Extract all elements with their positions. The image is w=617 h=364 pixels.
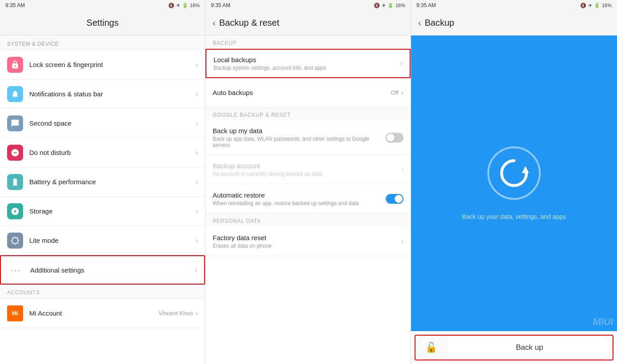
lock-screen-text: Lock screen & fingerprint <box>29 61 196 68</box>
sidebar-item-battery[interactable]: Battery & performance › <box>0 167 205 197</box>
status-bar-2: 9:35 AM 🔇 ✈ 🔋 16% <box>206 0 411 11</box>
backup-title: Backup <box>425 18 455 28</box>
additional-settings-title: Additional settings <box>30 266 195 274</box>
backup-account-subtitle: No account is currently storing backed u… <box>213 171 401 177</box>
local-backups-subtitle: Backup system settings, account info, an… <box>214 65 400 71</box>
dnd-title: Do not disturb <box>29 149 196 156</box>
additional-settings-chevron: › <box>195 266 197 274</box>
google-backup-label: GOOGLE BACKUP & RESET <box>206 107 411 121</box>
backup-my-data-toggle[interactable] <box>386 133 403 142</box>
automatic-restore-item[interactable]: Automatic restore When reinstalling an a… <box>206 184 411 214</box>
backup-my-data-subtitle: Back up app data, WLAN passwords, and ot… <box>213 136 386 148</box>
svg-marker-0 <box>522 166 529 173</box>
mi-account-value: Vincent Khoo <box>159 310 193 317</box>
backup-reset-panel: 9:35 AM 🔇 ✈ 🔋 16% ‹ Backup & reset BACKU… <box>206 0 411 364</box>
lite-mode-icon <box>7 233 23 249</box>
second-space-title: Second space <box>29 119 196 127</box>
backup-account-title: Backup account <box>213 162 401 170</box>
battery-icon-2: 🔋 <box>388 3 394 8</box>
additional-settings-text: Additional settings <box>30 266 195 274</box>
settings-content: SYSTEM & DEVICE Lock screen & fingerprin… <box>0 36 205 364</box>
backup-refresh-icon <box>496 155 532 191</box>
status-icons-1: 🔇 ✈ 🔋 16% <box>168 3 200 8</box>
sidebar-item-lite-mode[interactable]: Lite mode › <box>0 226 205 255</box>
automatic-restore-text: Automatic restore When reinstalling an a… <box>213 191 386 206</box>
backup-my-data-text: Back up my data Back up app data, WLAN p… <box>213 127 386 148</box>
backup-lock-button[interactable]: 🔓 <box>416 336 447 359</box>
backup-label: BACKUP <box>206 36 411 49</box>
sidebar-item-notifications[interactable]: Notifications & status bar › <box>0 79 205 109</box>
notifications-text: Notifications & status bar <box>29 90 196 98</box>
lite-mode-chevron: › <box>196 237 198 245</box>
backup-action-button[interactable]: Back up <box>447 336 612 359</box>
backup-reset-header: ‹ Backup & reset <box>206 11 411 36</box>
automatic-restore-toggle[interactable] <box>386 194 403 204</box>
backup-my-data-item[interactable]: Back up my data Back up app data, WLAN p… <box>206 121 411 155</box>
additional-settings-icon: ··· <box>8 262 24 278</box>
personal-data-label: PERSONAL DATA <box>206 214 411 227</box>
backup-bottom-inner: 🔓 Back up <box>415 336 613 360</box>
status-time-3: 9:35 AM <box>416 2 436 8</box>
factory-reset-item[interactable]: Factory data reset Erases all data on ph… <box>206 227 411 256</box>
sidebar-item-mi-account[interactable]: Mi Mi Account Vincent Khoo › <box>0 299 205 328</box>
toggle-thumb <box>387 134 395 142</box>
local-backups-chevron: › <box>400 59 403 67</box>
battery-text: Battery & performance <box>29 178 196 186</box>
dnd-icon <box>7 145 23 161</box>
factory-reset-title: Factory data reset <box>213 234 401 241</box>
local-backups-title: Local backups <box>214 56 400 63</box>
auto-backups-text: Auto backups <box>213 89 391 96</box>
sidebar-item-do-not-disturb[interactable]: Do not disturb › <box>0 138 205 167</box>
accounts-header: ACCOUNTS <box>0 285 205 299</box>
status-time-2: 9:35 AM <box>211 2 230 8</box>
auto-backups-item[interactable]: Auto backups Off › <box>206 78 411 107</box>
mi-account-chevron: › <box>196 309 198 317</box>
notifications-title: Notifications & status bar <box>29 90 196 98</box>
battery-chevron: › <box>196 178 198 186</box>
back-button-2[interactable]: ‹ <box>213 18 216 28</box>
backup-my-data-title: Back up my data <box>213 127 386 135</box>
lock-open-icon: 🔓 <box>425 342 437 353</box>
sidebar-item-storage[interactable]: Storage › <box>0 197 205 226</box>
backup-reset-title: Backup & reset <box>219 18 280 28</box>
sidebar-item-lock-screen[interactable]: Lock screen & fingerprint › <box>0 50 205 79</box>
battery-perf-icon <box>7 174 23 190</box>
storage-icon <box>7 203 23 219</box>
nav-icon: ✈ <box>176 3 180 8</box>
mi-account-icon: Mi <box>7 305 23 321</box>
backup-icon-circle <box>487 146 541 200</box>
backup-subtitle: Back up your data, settings, and apps <box>462 213 566 220</box>
mi-account-text: Mi Account <box>29 309 159 317</box>
auto-backups-value: Off <box>391 89 399 96</box>
status-bar-1: 9:35 AM 🔇 ✈ 🔋 16% <box>0 0 205 11</box>
lock-icon <box>7 57 23 73</box>
automatic-restore-subtitle: When reinstalling an app, restore backed… <box>213 200 386 206</box>
factory-reset-chevron: › <box>401 237 403 245</box>
battery-icon-3: 🔋 <box>594 3 600 8</box>
battery-icon: 🔋 <box>182 3 188 8</box>
battery-percent-3: 16% <box>602 3 612 8</box>
local-backups-item[interactable]: Local backups Backup system settings, ac… <box>206 49 411 78</box>
back-button-3[interactable]: ‹ <box>418 18 421 28</box>
dnd-chevron: › <box>196 149 198 157</box>
miui-watermark: MIUI <box>593 316 613 328</box>
storage-chevron: › <box>196 207 198 215</box>
battery-title: Battery & performance <box>29 178 196 186</box>
status-icons-2: 🔇 ✈ 🔋 16% <box>374 3 405 8</box>
backup-action-label: Back up <box>516 343 543 352</box>
backup-panel: 9:35 AM 🔇 ✈ 🔋 16% ‹ Backup Back up your … <box>411 0 617 364</box>
sidebar-item-additional-settings[interactable]: ··· Additional settings › <box>0 255 205 285</box>
backup-account-chevron: › <box>401 166 403 174</box>
status-time-1: 9:35 AM <box>5 2 25 8</box>
toggle-thumb-2 <box>395 195 403 203</box>
backup-account-text: Backup account No account is currently s… <box>213 162 401 177</box>
status-bar-3: 9:35 AM 🔇 ✈ 🔋 16% <box>411 0 617 11</box>
backup-reset-content: BACKUP Local backups Backup system setti… <box>206 36 411 364</box>
dnd-text: Do not disturb <box>29 149 196 156</box>
lite-mode-title: Lite mode <box>29 237 196 244</box>
lock-screen-chevron: › <box>196 61 198 69</box>
notifications-chevron: › <box>196 90 198 98</box>
auto-backups-chevron: › <box>401 89 403 97</box>
nav-icon-2: ✈ <box>382 3 386 8</box>
sidebar-item-second-space[interactable]: Second space › <box>0 109 205 138</box>
